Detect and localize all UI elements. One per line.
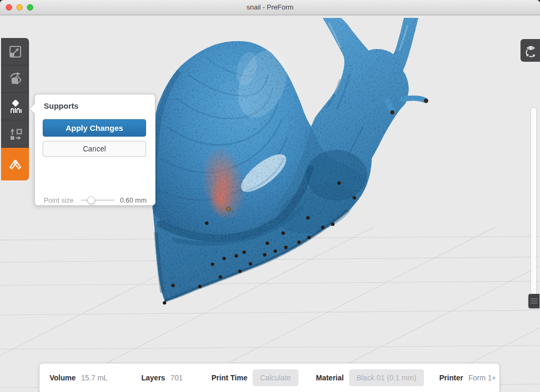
tool-scale[interactable] [1, 38, 29, 65]
material-group: Material Black 01 (0.1 mm) [316, 364, 424, 392]
tool-supports[interactable] [1, 93, 29, 120]
titlebar: snail - PreForm [0, 0, 540, 15]
print-time-label: Print Time [211, 374, 247, 382]
point-size-label: Point size [44, 196, 73, 204]
support-point[interactable] [249, 262, 253, 266]
rotate-icon [7, 71, 23, 87]
supports-icon [7, 99, 23, 114]
layers-label: Layers [141, 374, 165, 382]
support-point[interactable] [219, 275, 223, 279]
supports-panel: Supports Apply Changes Cancel Point size… [34, 94, 156, 206]
support-point[interactable] [321, 226, 325, 230]
printer-value: Form 1+ [468, 374, 496, 382]
layer-slider-handle[interactable] [528, 294, 539, 308]
viewport-3d[interactable]: Supports Apply Changes Cancel Point size… [0, 15, 540, 392]
point-size-slider[interactable] [81, 199, 114, 201]
support-point[interactable] [223, 257, 226, 261]
orbit-eye-icon [523, 43, 538, 59]
window-title: snail - PreForm [0, 0, 540, 15]
support-point[interactable] [284, 246, 288, 250]
volume-label: Volume [50, 374, 76, 382]
support-point[interactable] [266, 242, 269, 245]
volume-group: Volume 15.7 mL [50, 364, 108, 392]
status-bar: Volume 15.7 mL Layers 701 Print Time Cal… [39, 363, 500, 392]
preform-window: snail - PreForm [0, 0, 540, 392]
support-point[interactable] [353, 196, 356, 200]
layers-group: Layers 701 [141, 364, 183, 392]
support-point[interactable] [205, 222, 209, 225]
material-button[interactable]: Black 01 (0.1 mm) [349, 369, 424, 386]
point-size-value: 0.60 mm [120, 196, 147, 204]
butterfly-icon [7, 156, 23, 172]
toolbar-sidebar [1, 38, 29, 180]
support-point[interactable] [235, 254, 238, 258]
support-point[interactable] [263, 253, 267, 257]
volume-value: 15.7 mL [81, 374, 108, 382]
tool-layout[interactable] [1, 120, 29, 148]
support-point[interactable] [331, 223, 335, 226]
panel-title: Supports [44, 101, 79, 110]
print-time-group: Print Time Calculate [211, 364, 298, 392]
support-point[interactable] [282, 232, 285, 235]
cancel-button[interactable]: Cancel [43, 141, 146, 157]
support-point[interactable] [274, 250, 277, 253]
support-point[interactable] [297, 241, 301, 244]
view-orbit-button[interactable] [520, 39, 540, 62]
support-point[interactable] [307, 236, 311, 240]
support-point[interactable] [238, 270, 242, 273]
printer-group: Printer Form 1+ [439, 364, 496, 392]
point-size-slider-knob[interactable] [87, 196, 95, 204]
scale-icon [7, 44, 23, 60]
support-point[interactable] [198, 285, 202, 289]
support-point[interactable] [211, 263, 215, 266]
layout-icon [7, 126, 23, 142]
layers-value: 701 [170, 374, 182, 382]
calculate-button[interactable]: Calculate [253, 369, 298, 386]
point-size-row: Point size 0.60 mm [44, 195, 147, 205]
support-point[interactable] [306, 216, 310, 220]
tool-formlabs[interactable] [1, 148, 29, 180]
material-label: Material [316, 374, 344, 382]
support-point[interactable] [243, 251, 246, 254]
printer-label: Printer [439, 374, 463, 382]
tool-rotate[interactable] [1, 65, 29, 93]
selected-support-point[interactable] [226, 207, 230, 211]
apply-changes-button[interactable]: Apply Changes [43, 119, 146, 137]
support-point[interactable] [163, 301, 167, 305]
support-point[interactable] [338, 181, 341, 185]
support-point[interactable] [171, 284, 175, 288]
layer-slider[interactable] [531, 107, 537, 309]
